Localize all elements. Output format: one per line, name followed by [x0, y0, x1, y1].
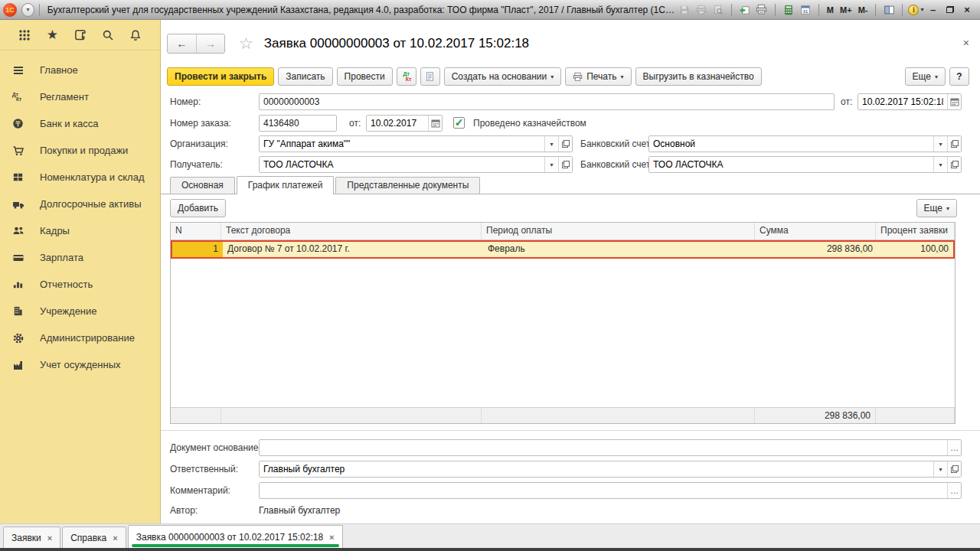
calculator-icon[interactable]	[781, 2, 796, 18]
sidebar-item-glavnoe[interactable]: Главное	[0, 57, 160, 83]
chevron-down-icon: ▾	[935, 73, 938, 80]
sidebar-item-pokupki[interactable]: Покупки и продажи	[0, 137, 160, 164]
organization-input[interactable]	[260, 136, 544, 152]
comment-input[interactable]	[260, 483, 947, 498]
responsible-input[interactable]	[260, 461, 933, 477]
dropdown-button[interactable]: ▾	[933, 461, 947, 477]
more-button[interactable]: Еще▾	[905, 67, 946, 86]
column-header[interactable]: Текст договора	[221, 223, 482, 240]
post-button[interactable]: Провести	[337, 67, 393, 86]
sidebar-item-nomenklatura[interactable]: Номенклатура и склад	[0, 164, 160, 191]
order-number-input[interactable]	[259, 115, 337, 132]
app-logo-1c: 1С	[3, 3, 17, 17]
write-button[interactable]: Записать	[278, 67, 332, 86]
window-tab-zayavki[interactable]: Заявки ×	[3, 527, 60, 548]
history-scroll-icon[interactable]	[73, 28, 88, 43]
window-tab-zayavka-active[interactable]: Заявка 00000000003 от 10.02.2017 15:02:1…	[128, 525, 343, 548]
tab-predstavlennye-dokumenty[interactable]: Представленные документы	[335, 177, 480, 194]
choose-button[interactable]: …	[947, 440, 961, 455]
divider	[902, 4, 903, 16]
footer-cell	[876, 407, 955, 423]
document-structure-button[interactable]	[420, 67, 440, 86]
number-input[interactable]	[259, 93, 835, 110]
receiver-input[interactable]	[260, 157, 544, 172]
memory-plus-button[interactable]: M+	[837, 5, 855, 15]
calendar-picker-button[interactable]	[428, 116, 442, 131]
cell-contract: Договор № 7 от 10.02.2017 г.	[223, 242, 483, 257]
sidebar-item-label: Регламент	[40, 91, 89, 103]
show-postings-button[interactable]: ДтКт	[397, 67, 416, 86]
dropdown-button[interactable]: ▾	[933, 136, 947, 152]
sidebar-item-aktivy[interactable]: Долгосрочные активы	[0, 191, 160, 217]
sidebar-item-bank-kassa[interactable]: Банк и касса	[0, 110, 160, 137]
column-header[interactable]: N	[171, 223, 221, 240]
notifications-bell-icon[interactable]	[128, 28, 143, 43]
tab-osnovnaya[interactable]: Основная	[170, 177, 235, 194]
column-header[interactable]: Период оплаты	[482, 223, 755, 240]
back-button[interactable]: ←	[168, 34, 196, 53]
footer-total: 298 836,00	[755, 407, 876, 423]
favorites-star-icon[interactable]: ★	[44, 28, 60, 43]
tab-grafik-platezhey[interactable]: График платежей	[237, 176, 335, 194]
close-tab-icon[interactable]: ×	[47, 533, 52, 543]
org-bank-account-input[interactable]	[649, 136, 933, 152]
command-bar: Провести и закрыть Записать Провести ДтК…	[167, 67, 969, 86]
receiver-bank-account-input[interactable]	[649, 157, 933, 172]
open-item-button[interactable]	[947, 136, 961, 152]
calendar-icon	[431, 119, 440, 128]
choose-button[interactable]: …	[947, 483, 961, 498]
split-window-icon[interactable]	[881, 2, 897, 18]
help-button[interactable]: ?	[949, 67, 969, 86]
favorite-star-icon[interactable]: ☆	[239, 34, 253, 53]
column-header[interactable]: Сумма	[755, 223, 876, 240]
open-item-button[interactable]	[558, 136, 572, 152]
create-based-on-button[interactable]: Создать на основании▾	[444, 67, 562, 86]
restore-button[interactable]	[942, 3, 959, 17]
people-icon	[12, 224, 31, 238]
application-window: 1С ▾ Бухгалтерский учет для государствен…	[0, 0, 980, 551]
main-menu-button[interactable]: ▾	[21, 3, 34, 17]
table-row-selected[interactable]: 1 Договор № 7 от 10.02.2017 г. Февраль 2…	[171, 240, 955, 259]
apps-grid-icon[interactable]	[17, 28, 32, 43]
calendar-icon[interactable]: 31	[798, 2, 813, 18]
sidebar-item-kadry[interactable]: Кадры	[0, 217, 160, 244]
open-item-button[interactable]	[947, 157, 961, 172]
sidebar-item-uchet-osuzhdennyh[interactable]: Учет осужденных	[0, 351, 160, 378]
close-tab-icon[interactable]: ×	[113, 533, 117, 543]
sidebar-item-otchetnost[interactable]: Отчетность	[0, 271, 160, 298]
window-tab-spravka[interactable]: Справка ×	[62, 527, 126, 548]
treasury-checkbox[interactable]: ✓	[453, 117, 465, 129]
sidebar-item-label: Отчетность	[40, 279, 93, 290]
memory-button[interactable]: M	[824, 5, 837, 15]
sidebar-item-zarplata[interactable]: Зарплата	[0, 244, 160, 271]
dropdown-button[interactable]: ▾	[544, 157, 558, 172]
form-close-icon[interactable]: ×	[963, 37, 969, 49]
sidebar-item-administrirovanie[interactable]: Администрирование	[0, 324, 160, 351]
open-item-button[interactable]	[558, 157, 572, 172]
sidebar-item-reglament[interactable]: ДтКт Регламент	[0, 83, 160, 110]
post-and-close-button[interactable]: Провести и закрыть	[167, 67, 274, 86]
dropdown-button[interactable]: ▾	[544, 136, 558, 152]
info-ball: i	[908, 5, 919, 15]
search-icon[interactable]	[100, 28, 116, 43]
print-button[interactable]: Печать▾	[565, 67, 631, 86]
print-settings-icon[interactable]	[754, 2, 769, 18]
date-input[interactable]	[858, 94, 947, 109]
close-tab-icon[interactable]: ×	[329, 533, 334, 542]
file-export-icon[interactable]	[737, 2, 753, 18]
info-icon[interactable]: i▾	[908, 2, 923, 18]
upload-treasury-button[interactable]: Выгрузить в казначейство	[635, 67, 762, 86]
order-date-input[interactable]	[367, 116, 428, 131]
column-header[interactable]: Процент заявки	[876, 223, 955, 240]
open-item-button[interactable]	[947, 461, 961, 477]
sidebar-item-uchrezhdenie[interactable]: Учреждение	[0, 298, 160, 324]
minimize-button[interactable]: –	[924, 3, 941, 17]
dropdown-button[interactable]: ▾	[933, 157, 947, 172]
basis-document-input[interactable]	[260, 440, 947, 455]
memory-minus-button[interactable]: M-	[855, 5, 871, 15]
add-row-button[interactable]: Добавить	[170, 199, 226, 217]
forward-button[interactable]: →	[196, 34, 224, 53]
close-button[interactable]: ×	[959, 3, 975, 17]
grid-more-button[interactable]: Еще▾	[916, 199, 957, 217]
calendar-picker-button[interactable]	[947, 94, 961, 109]
